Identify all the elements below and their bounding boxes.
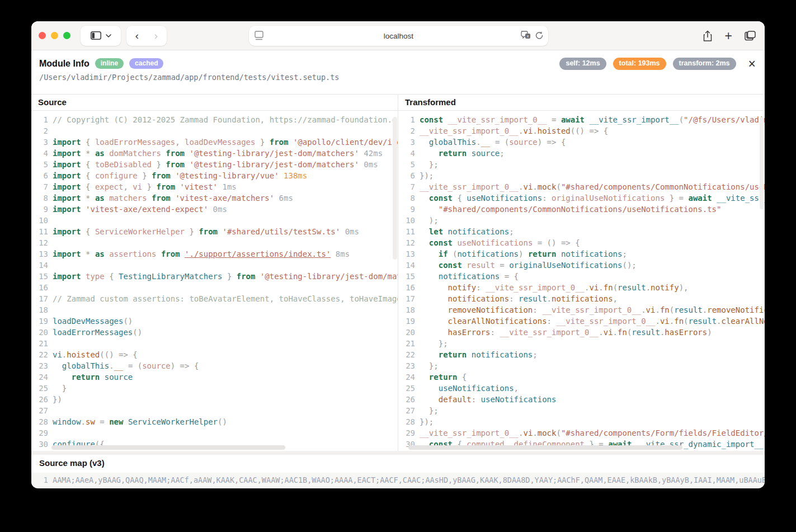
code-line: 22vi.hoisted(() => { — [31, 349, 398, 360]
code-token: as — [95, 149, 105, 158]
transformed-vscrollbar[interactable] — [760, 117, 764, 209]
cached-badge: cached — [129, 58, 163, 69]
code-token: ( — [448, 249, 458, 258]
code-token: = { — [500, 272, 519, 281]
code-token: '@testing-library/jest-dom/matchers' — [185, 160, 359, 169]
code-token: clearAllNotifications — [448, 317, 547, 326]
code-token: . — [717, 317, 721, 326]
code-token: import — [53, 227, 81, 236]
zoom-window-button[interactable] — [63, 32, 70, 39]
address-bar[interactable]: localhost x — [249, 26, 548, 46]
code-token: 0ms — [208, 205, 227, 214]
code-token: . — [670, 317, 674, 326]
code-token: . — [655, 305, 660, 314]
back-button[interactable]: ‹ — [128, 30, 147, 42]
transform-time-badge: transform: 2ms — [673, 58, 736, 70]
code-token: } — [222, 272, 236, 281]
transformed-panel: Transformed 1const __vite_ssr_import_0__… — [398, 95, 765, 451]
line-number: 25 — [398, 383, 415, 394]
translate-icon[interactable]: x — [520, 30, 531, 40]
code-token: loadErrorMessages — [53, 328, 133, 337]
line-number: 14 — [31, 260, 48, 271]
code-token: const — [429, 238, 453, 247]
line-number: 19 — [31, 316, 48, 327]
code-token: loadDevMessages — [53, 317, 123, 326]
code-token: return — [72, 373, 100, 382]
reload-icon[interactable] — [535, 31, 544, 40]
source-code[interactable]: 1// Copyright (C) 2012-2025 Zammad Found… — [31, 111, 398, 451]
close-icon[interactable]: × — [748, 59, 756, 69]
code-line: 12 const useNotifications = () => { — [398, 237, 765, 248]
code-token: result — [519, 294, 547, 303]
code-token — [420, 384, 439, 393]
module-link[interactable]: './support/assertions/index.ts' — [185, 249, 331, 258]
code-token: __vite_ssr_import_0__ — [486, 283, 585, 292]
code-token: import — [53, 249, 81, 258]
code-token: }); — [420, 417, 434, 426]
share-icon[interactable] — [703, 30, 713, 42]
code-token — [420, 305, 448, 314]
code-token: notifications — [439, 272, 500, 281]
new-tab-icon[interactable]: + — [725, 31, 732, 41]
code-token: ) => { — [171, 361, 199, 370]
transformed-hscrollbar[interactable] — [408, 445, 682, 450]
close-window-button[interactable] — [39, 32, 46, 39]
code-token: fn — [660, 305, 670, 314]
code-token: originalUseNotifications — [509, 261, 622, 270]
code-token: notify — [448, 283, 477, 292]
code-panels: Source 1// Copyright (C) 2012-2025 Zamma… — [31, 95, 765, 451]
code-token: vi — [604, 328, 613, 337]
source-vscrollbar[interactable] — [393, 117, 397, 260]
code-token: useNotifications — [453, 238, 533, 247]
code-token — [420, 261, 439, 270]
chevron-down-icon[interactable] — [106, 34, 111, 37]
line-number: 5 — [31, 159, 48, 170]
code-token: from — [152, 171, 171, 180]
code-token: from — [237, 272, 256, 281]
code-token: * — [81, 249, 95, 258]
code-token: }; — [420, 406, 439, 415]
code-token: vi — [523, 182, 533, 191]
code-token: notifications — [467, 350, 533, 359]
line-number: 21 — [31, 338, 48, 349]
code-token: // Copyright (C) 2012-2025 Zammad Founda… — [53, 115, 398, 124]
code-token: ( — [613, 283, 618, 292]
minimize-window-button[interactable] — [51, 32, 58, 39]
code-line: 27 }; — [398, 405, 765, 416]
sidebar-icon[interactable] — [91, 31, 101, 40]
code-token: ) — [707, 328, 712, 337]
code-token: originalUseNotifications — [552, 194, 665, 203]
code-token — [420, 294, 448, 303]
line-number: 7 — [398, 181, 415, 192]
code-token: source — [509, 138, 538, 147]
line-number: 19 — [398, 316, 415, 327]
line-number: 8 — [398, 192, 415, 204]
code-token: __vite_ssr_import__ — [585, 115, 679, 124]
source-hscrollbar[interactable] — [51, 445, 285, 450]
line-number: 25 — [31, 383, 48, 394]
forward-button[interactable]: › — [147, 30, 166, 42]
code-token: import — [53, 205, 81, 214]
code-token: __vite_ssr_import_0__ — [556, 317, 655, 326]
code-token: ; — [509, 227, 514, 236]
code-token: result — [689, 317, 717, 326]
code-line: 21 — [31, 338, 398, 349]
browser-toolbar: ‹ › localhost x + — [31, 21, 765, 50]
code-token: { — [81, 227, 95, 236]
code-line: 18 removeNotification: __vite_ssr_import… — [398, 304, 765, 316]
code-token: let — [429, 227, 443, 236]
code-token: import — [53, 194, 81, 203]
line-number: 10 — [31, 215, 48, 226]
code-token — [420, 317, 448, 326]
code-token: new — [109, 417, 123, 426]
transformed-code[interactable]: 1const __vite_ssr_import_0__ = await __v… — [398, 111, 765, 451]
code-token: . — [533, 429, 537, 437]
traffic-lights — [39, 32, 70, 39]
code-line: 28}); — [398, 416, 765, 427]
code-line: 11 let notifications; — [398, 226, 765, 237]
line-number: 9 — [398, 204, 415, 215]
tab-overview-icon[interactable] — [745, 31, 756, 41]
line-number: 6 — [398, 170, 415, 181]
code-token: ( — [556, 182, 561, 191]
code-line: 5import { toBeDisabled } from '@testing-… — [31, 159, 398, 170]
